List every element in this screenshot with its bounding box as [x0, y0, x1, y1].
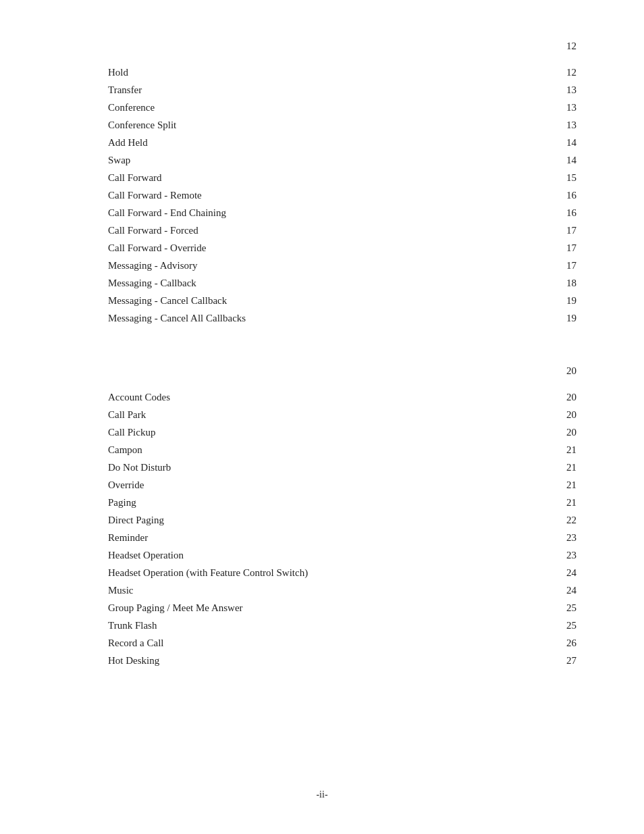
- toc-entry-page: 17: [556, 240, 576, 256]
- toc-entry-label: Group Paging / Meet Me Answer: [108, 600, 543, 616]
- page-container: 12 Hold12Transfer13Conference13Conferenc…: [0, 0, 644, 834]
- toc-entry-page: 20: [556, 389, 576, 405]
- toc-entry-page: 24: [556, 565, 576, 581]
- toc-entry-label: Call Forward - Forced: [108, 222, 543, 238]
- toc-entry-page: 23: [556, 547, 576, 563]
- toc-entry-page: 21: [556, 477, 576, 493]
- gap-between-sections: [108, 346, 576, 365]
- toc-entry-page: 19: [556, 310, 576, 326]
- table-row: Headset Operation (with Feature Control …: [108, 565, 576, 581]
- table-row: Paging21: [108, 494, 576, 511]
- table-row: Override21: [108, 477, 576, 493]
- toc-entry-page: 13: [556, 99, 576, 115]
- table-row: Messaging - Cancel Callback19: [108, 292, 576, 309]
- toc-entry-page: 16: [556, 187, 576, 203]
- table-row: Call Pickup20: [108, 424, 576, 440]
- table-row: Call Park20: [108, 407, 576, 423]
- toc-entry-label: Messaging - Callback: [108, 275, 543, 291]
- toc-entry-label: Account Codes: [108, 389, 543, 405]
- footer-text: -ii-: [316, 789, 327, 800]
- toc-entry-label: Trunk Flash: [108, 617, 543, 633]
- toc-entry-page: 19: [556, 292, 576, 309]
- table-row: Hold12: [108, 64, 576, 80]
- table-row: Messaging - Advisory17: [108, 257, 576, 273]
- toc-entry-page: 26: [556, 635, 576, 651]
- table-row: Account Codes20: [108, 389, 576, 405]
- table-row: Call Forward - Forced17: [108, 222, 576, 238]
- toc-entry-page: 20: [556, 407, 576, 423]
- toc-entry-label: Music: [108, 582, 543, 598]
- toc-entry-label: Override: [108, 477, 543, 493]
- toc-entry-label: Messaging - Cancel Callback: [108, 292, 543, 309]
- table-row: Group Paging / Meet Me Answer25: [108, 600, 576, 616]
- toc-entry-label: Hot Desking: [108, 652, 543, 669]
- toc-entry-label: Call Park: [108, 407, 543, 423]
- toc-entry-label: Headset Operation (with Feature Control …: [108, 565, 543, 581]
- toc-entry-label: Hold: [108, 64, 543, 80]
- toc-entry-page: 23: [556, 529, 576, 546]
- toc-entry-label: Call Forward: [108, 170, 543, 186]
- toc-entry-page: 15: [556, 170, 576, 186]
- toc-entry-label: Paging: [108, 494, 543, 511]
- toc-entry-page: 13: [556, 117, 576, 133]
- toc-entry-label: Headset Operation: [108, 547, 543, 563]
- toc-entry-label: Record a Call: [108, 635, 543, 651]
- toc-entry-page: 14: [556, 134, 576, 151]
- toc-entry-page: 24: [556, 582, 576, 598]
- toc-entry-label: Conference: [108, 99, 543, 115]
- toc-entry-page: 20: [556, 424, 576, 440]
- table-row: Transfer13: [108, 82, 576, 98]
- toc-section-2: 20 Account Codes20Call Park20Call Pickup…: [108, 365, 576, 669]
- toc-entry-page: 17: [556, 222, 576, 238]
- toc-entry-label: Do Not Disturb: [108, 459, 543, 475]
- toc-entry-page: 16: [556, 205, 576, 221]
- toc-entry-page: 21: [556, 442, 576, 458]
- table-row: Music24: [108, 582, 576, 598]
- toc-entry-label: Direct Paging: [108, 512, 543, 528]
- toc-entry-page: 21: [556, 494, 576, 511]
- table-row: Add Held14: [108, 134, 576, 151]
- toc-section-1: 12 Hold12Transfer13Conference13Conferenc…: [108, 41, 576, 326]
- table-row: Reminder23: [108, 529, 576, 546]
- section1-number: 12: [108, 41, 576, 52]
- toc-entry-page: 25: [556, 617, 576, 633]
- table-row: Call Forward - Override17: [108, 240, 576, 256]
- toc-entry-page: 22: [556, 512, 576, 528]
- toc-entry-label: Call Forward - End Chaining: [108, 205, 543, 221]
- section2-number: 20: [108, 365, 576, 377]
- section2-entries: Account Codes20Call Park20Call Pickup20C…: [108, 389, 576, 669]
- table-row: Campon21: [108, 442, 576, 458]
- toc-entry-label: Call Pickup: [108, 424, 543, 440]
- toc-entry-label: Messaging - Advisory: [108, 257, 543, 273]
- table-row: Headset Operation23: [108, 547, 576, 563]
- toc-entry-page: 27: [556, 652, 576, 669]
- toc-entry-label: Swap: [108, 152, 543, 168]
- table-row: Record a Call26: [108, 635, 576, 651]
- toc-entry-page: 18: [556, 275, 576, 291]
- table-row: Swap14: [108, 152, 576, 168]
- table-row: Trunk Flash25: [108, 617, 576, 633]
- section1-entries: Hold12Transfer13Conference13Conference S…: [108, 64, 576, 326]
- table-row: Conference13: [108, 99, 576, 115]
- table-row: Conference Split13: [108, 117, 576, 133]
- table-row: Do Not Disturb21: [108, 459, 576, 475]
- toc-entry-label: Messaging - Cancel All Callbacks: [108, 310, 543, 326]
- toc-entry-page: 12: [556, 64, 576, 80]
- table-row: Call Forward - End Chaining16: [108, 205, 576, 221]
- toc-entry-label: Call Forward - Override: [108, 240, 543, 256]
- toc-entry-label: Call Forward - Remote: [108, 187, 543, 203]
- toc-entry-page: 17: [556, 257, 576, 273]
- toc-entry-label: Transfer: [108, 82, 543, 98]
- table-row: Call Forward15: [108, 170, 576, 186]
- table-row: Messaging - Callback18: [108, 275, 576, 291]
- toc-entry-label: Campon: [108, 442, 543, 458]
- toc-entry-page: 25: [556, 600, 576, 616]
- toc-entry-page: 14: [556, 152, 576, 168]
- toc-entry-page: 13: [556, 82, 576, 98]
- toc-entry-label: Conference Split: [108, 117, 543, 133]
- table-row: Direct Paging22: [108, 512, 576, 528]
- toc-entry-page: 21: [556, 459, 576, 475]
- table-row: Hot Desking27: [108, 652, 576, 669]
- page-footer: -ii-: [0, 789, 644, 800]
- toc-entry-label: Reminder: [108, 529, 543, 546]
